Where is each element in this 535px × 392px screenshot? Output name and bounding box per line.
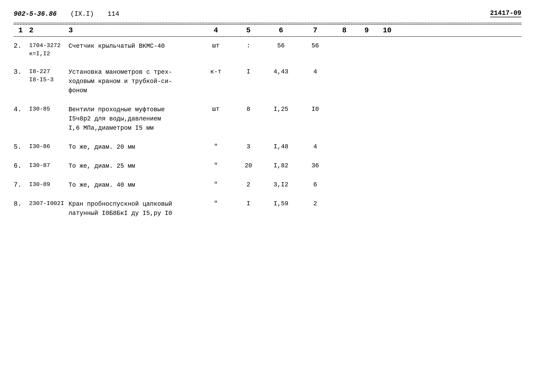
- row-qty: 3: [233, 143, 264, 150]
- col-header-5: 5: [233, 26, 264, 35]
- row-num: 7.: [14, 181, 27, 189]
- row-code: I30-87: [27, 162, 65, 170]
- row-total: 4: [298, 68, 332, 75]
- row-desc: Счетчик крыльчатый ВКМС-40: [65, 42, 199, 51]
- row-price: I,48: [264, 143, 298, 150]
- row-qty: :: [233, 42, 264, 49]
- row-price: I,25: [264, 105, 298, 113]
- row-desc: Кран пробноспускной цапковый латунный I0…: [65, 200, 199, 218]
- header-code: 902-5-36.86: [14, 10, 57, 18]
- row-price: 56: [264, 42, 298, 49]
- row-desc: То же, диам. 25 мм: [65, 162, 199, 171]
- row-desc: Установка манометров с трех- ходовым кра…: [65, 68, 199, 95]
- table-row: 6. I30-87 То же, диам. 25 мм " 20 I,82 3…: [14, 157, 521, 176]
- col-header-1: 1: [14, 26, 27, 35]
- row-total: I0: [298, 105, 332, 113]
- row-unit: ": [199, 143, 233, 150]
- row-price: I,59: [264, 200, 298, 207]
- row-unit: к-т: [199, 68, 233, 75]
- top-dashed-line: [14, 23, 521, 23]
- col-header-9: 9: [356, 26, 377, 35]
- row-qty: I: [233, 68, 264, 75]
- row-unit: шт: [199, 42, 233, 49]
- row-num: 4.: [14, 105, 27, 113]
- table-row: 3. I8-227 I8-I5-3 Установка манометров с…: [14, 63, 521, 100]
- row-qty: 20: [233, 162, 264, 169]
- table-row: 7. I30-89 То же, диам. 40 мм " 2 3,I2 6: [14, 176, 521, 195]
- row-num: 2.: [14, 42, 27, 50]
- row-price: 3,I2: [264, 181, 298, 188]
- col-header-4: 4: [199, 26, 233, 35]
- table-row: 4. I30-85 Вентили проходные муфтовые I5ч…: [14, 100, 521, 138]
- col-header-10: 10: [377, 26, 397, 35]
- table-row: 5. I30-86 То же, диам. 20 мм " 3 I,48 4: [14, 138, 521, 157]
- row-code: I30-86: [27, 143, 65, 151]
- header-row: 902-5-36.86 (IX.I) 114: [14, 10, 521, 18]
- row-qty: 2: [233, 181, 264, 188]
- row-num: 5.: [14, 143, 27, 151]
- row-qty: I: [233, 200, 264, 207]
- row-code: 1704-3272 к=I,I2: [27, 42, 65, 58]
- page: 902-5-36.86 (IX.I) 114 21417-09 1 2 3 4 …: [0, 0, 535, 392]
- row-total: 6: [298, 181, 332, 188]
- col-header-8: 8: [332, 26, 356, 35]
- table-row: 2. 1704-3272 к=I,I2 Счетчик крыльчатый В…: [14, 37, 521, 63]
- row-total: 2: [298, 200, 332, 207]
- column-headers: 1 2 3 4 5 6 7 8 9 10: [14, 24, 521, 37]
- row-total: 4: [298, 143, 332, 150]
- row-code: I8-227 I8-I5-3: [27, 68, 65, 84]
- row-num: 8.: [14, 200, 27, 208]
- row-num: 3.: [14, 68, 27, 76]
- stamp: 21417-09: [490, 9, 521, 17]
- col-header-3: 3: [65, 26, 199, 35]
- row-unit: ": [199, 200, 233, 207]
- row-total: 56: [298, 42, 332, 49]
- table-row: 8. 2307-I002I Кран пробноспускной цапков…: [14, 195, 521, 223]
- row-price: 4,43: [264, 68, 298, 75]
- row-num: 6.: [14, 162, 27, 170]
- row-desc: То же, диам. 40 мм: [65, 181, 199, 190]
- col-header-7: 7: [298, 26, 332, 35]
- row-code: I30-89: [27, 181, 65, 189]
- row-unit: ": [199, 181, 233, 188]
- row-total: 36: [298, 162, 332, 169]
- row-unit: ": [199, 162, 233, 169]
- header-roman: (IX.I): [70, 10, 94, 18]
- stamp-text: 21417-09: [490, 9, 521, 17]
- row-unit: шт: [199, 105, 233, 113]
- row-desc: Вентили проходные муфтовые I5ч8р2 для во…: [65, 105, 199, 133]
- header-page: 114: [108, 10, 119, 18]
- row-desc: То же, диам. 20 мм: [65, 143, 199, 152]
- row-code: 2307-I002I: [27, 200, 65, 208]
- col-header-2: 2: [27, 26, 65, 35]
- col-header-6: 6: [264, 26, 298, 35]
- table-body: 2. 1704-3272 к=I,I2 Счетчик крыльчатый В…: [14, 37, 521, 223]
- row-price: I,82: [264, 162, 298, 169]
- row-code: I30-85: [27, 105, 65, 113]
- row-qty: 8: [233, 105, 264, 113]
